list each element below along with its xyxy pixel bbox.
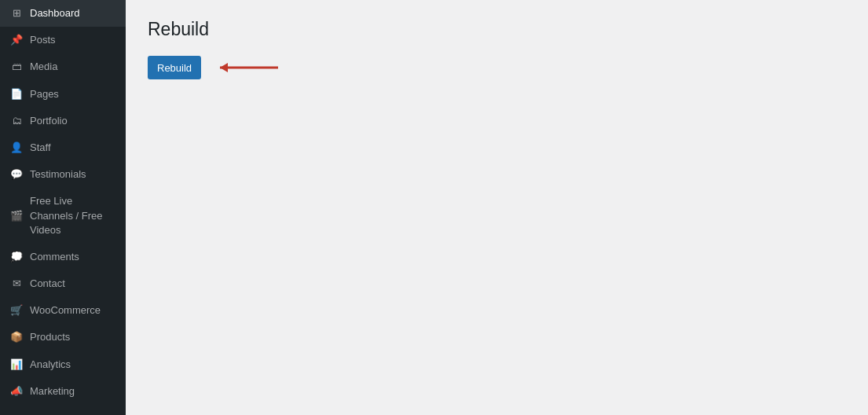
sidebar-item-label-marketing: Marketing <box>30 384 75 398</box>
dashboard-icon: ⊞ <box>9 6 24 20</box>
products-icon: 📦 <box>9 331 24 345</box>
sidebar-item-label-products: Products <box>30 330 70 344</box>
sidebar-item-testimonials[interactable]: 💬Testimonials <box>0 161 126 188</box>
sidebar-item-pages[interactable]: 📄Pages <box>0 81 126 108</box>
sidebar-item-comments[interactable]: 💭Comments <box>0 244 126 270</box>
sidebar-item-woocommerce[interactable]: 🛒WooCommerce <box>0 297 126 324</box>
sidebar-item-portfolio[interactable]: 🗂Portfolio <box>0 108 126 134</box>
sidebar-item-label-testimonials: Testimonials <box>30 167 86 182</box>
sidebar-item-label-woocommerce: WooCommerce <box>30 303 101 318</box>
sidebar-item-staff[interactable]: 👤Staff <box>0 134 126 161</box>
sidebar-item-products[interactable]: 📦Products <box>0 324 126 351</box>
rebuild-button[interactable]: Rebuild <box>148 56 201 79</box>
posts-icon: 📌 <box>9 33 24 47</box>
analytics-icon: 📊 <box>9 358 24 372</box>
arrow-annotation <box>209 57 280 79</box>
woocommerce-icon: 🛒 <box>9 303 24 318</box>
pages-icon: 📄 <box>9 87 24 101</box>
sidebar-item-label-comments: Comments <box>30 250 79 264</box>
sidebar-item-label-dashboard: Dashboard <box>30 6 80 20</box>
sidebar-item-dashboard[interactable]: ⊞Dashboard <box>0 0 126 27</box>
sidebar-item-label-contact: Contact <box>30 277 65 291</box>
media-icon: 🗃 <box>9 60 24 74</box>
page-title: Rebuild <box>148 19 846 40</box>
contact-icon: ✉ <box>9 277 24 291</box>
comments-icon: 💭 <box>9 250 24 264</box>
portfolio-icon: 🗂 <box>9 114 24 128</box>
sidebar: ⊞Dashboard📌Posts🗃Media📄Pages🗂Portfolio👤S… <box>0 0 126 415</box>
sidebar-item-label-pages: Pages <box>30 87 59 101</box>
sidebar-item-label-free-live-channels: Free Live Channels / Free Videos <box>30 194 116 237</box>
sidebar-item-label-portfolio: Portfolio <box>30 114 68 128</box>
staff-icon: 👤 <box>9 141 24 155</box>
sidebar-item-media[interactable]: 🗃Media <box>0 53 126 80</box>
marketing-icon: 📣 <box>9 384 24 398</box>
svg-marker-1 <box>220 63 228 72</box>
sidebar-item-marketing[interactable]: 📣Marketing <box>0 378 126 405</box>
sidebar-item-label-media: Media <box>30 60 57 74</box>
free-live-channels-icon: 🎬 <box>9 209 24 223</box>
sidebar-item-label-posts: Posts <box>30 33 56 47</box>
sidebar-item-analytics[interactable]: 📊Analytics <box>0 351 126 378</box>
sidebar-item-free-live-channels[interactable]: 🎬Free Live Channels / Free Videos <box>0 188 126 244</box>
sidebar-item-posts[interactable]: 📌Posts <box>0 27 126 53</box>
testimonials-icon: 💬 <box>9 167 24 182</box>
sidebar-item-label-staff: Staff <box>30 141 51 155</box>
sidebar-item-label-analytics: Analytics <box>30 358 71 372</box>
main-content: Rebuild Rebuild <box>126 0 868 415</box>
arrow-icon <box>209 57 280 79</box>
sidebar-item-contact[interactable]: ✉Contact <box>0 270 126 297</box>
